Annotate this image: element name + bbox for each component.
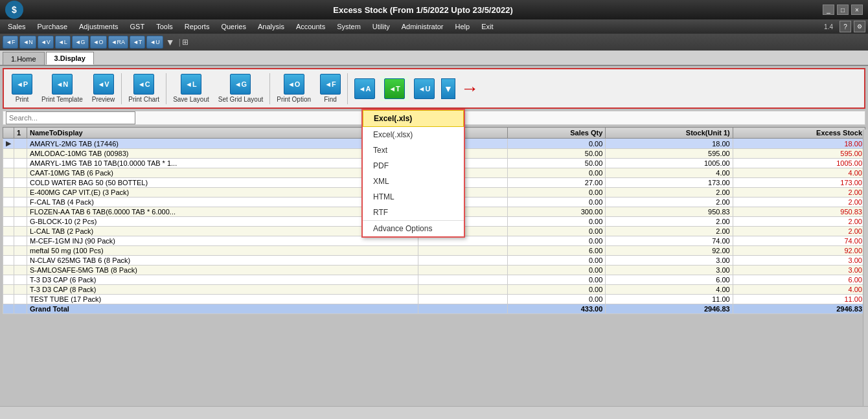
menu-tools[interactable]: Tools xyxy=(151,21,178,32)
extra-t-button[interactable]: ◄T xyxy=(380,76,409,101)
grand-total-stock: 2946.83 xyxy=(606,304,733,314)
dropdown-item-pdf[interactable]: PDF xyxy=(363,158,464,174)
row-excess: 173.00 xyxy=(733,178,865,188)
dropdown-item-advance[interactable]: Advance Options xyxy=(363,221,464,236)
row-stock: 2.00 xyxy=(606,227,733,236)
scrollbar-right[interactable] xyxy=(863,130,868,406)
dropdown-item-text[interactable]: Text xyxy=(363,142,464,158)
quick-btn-6[interactable]: ◄O xyxy=(90,36,107,49)
quick-extra[interactable]: ⊞ xyxy=(182,38,188,47)
print-button[interactable]: ◄P Print xyxy=(8,72,36,105)
menu-exit[interactable]: Exit xyxy=(476,21,498,32)
row-name: FLOZEN-AA TAB 6 TAB(6.0000 TAB * 6.000..… xyxy=(27,207,418,217)
window-controls[interactable]: _ □ × xyxy=(823,5,863,15)
row-name: AMLODAC-10MG TAB (00983) xyxy=(27,149,418,159)
table-row[interactable]: S-AMLOSAFE-5MG TAB (8 Pack) 0.00 3.00 3.… xyxy=(3,266,865,275)
row-indicator xyxy=(3,227,14,236)
tab-home[interactable]: 1.Home xyxy=(3,52,45,65)
help-icon[interactable]: ? xyxy=(839,21,851,32)
row-excess: 2.00 xyxy=(733,217,865,227)
table-row[interactable]: T-3 D3 CAP (8 Pack) 0.00 4.00 4.00 xyxy=(3,285,865,295)
row-indicator xyxy=(3,149,14,159)
find-label: Find xyxy=(324,96,336,103)
find-input[interactable] xyxy=(6,111,135,124)
set-grid-layout-icon: ◄G xyxy=(230,74,251,95)
extra-u-icon: ◄U xyxy=(414,78,435,99)
row-indicator xyxy=(3,178,14,188)
quick-btn-2[interactable]: ◄N xyxy=(19,36,36,49)
table-row[interactable]: meftal 50 mg (100 Pcs) 6.00 92.00 92.00 xyxy=(3,246,865,256)
menu-help[interactable]: Help xyxy=(450,21,475,32)
minimize-button[interactable]: _ xyxy=(823,5,834,15)
dropdown-item-xml[interactable]: XML xyxy=(363,174,464,189)
tab-display[interactable]: 3.Display xyxy=(46,52,94,65)
row-name: E-400MG CAP VIT.(E) (3 Pack) xyxy=(27,188,418,198)
quick-btn-7[interactable]: ◄RA xyxy=(108,36,128,49)
menu-system[interactable]: System xyxy=(332,21,366,32)
row-indicator xyxy=(3,266,14,275)
row-sales-qty: 50.00 xyxy=(508,159,606,168)
dropdown-item-rtf[interactable]: RTF xyxy=(363,205,464,220)
row-stock: 3.00 xyxy=(606,266,733,275)
row-num xyxy=(14,168,27,178)
more-dropdown-button[interactable]: ▼ xyxy=(440,77,457,100)
menu-administrator[interactable]: Administrator xyxy=(396,21,449,32)
quick-btn-3[interactable]: ◄V xyxy=(38,36,54,49)
table-row[interactable]: T-3 D3 CAP (6 Pack) 0.00 6.00 6.00 xyxy=(3,275,865,285)
set-grid-layout-button[interactable]: ◄G Set Grid Layout xyxy=(214,72,267,105)
quick-btn-1[interactable]: ◄F xyxy=(3,36,18,49)
row-sales-qty: 0.00 xyxy=(508,295,606,304)
row-stock: 74.00 xyxy=(606,236,733,246)
menu-analysis[interactable]: Analysis xyxy=(253,21,290,32)
table-row[interactable]: TEST TUBE (17 Pack) 0.00 11.00 11.00 xyxy=(3,295,865,304)
print-template-button[interactable]: ◄N Print Template xyxy=(38,72,87,105)
menu-purchase[interactable]: Purchase xyxy=(32,21,73,32)
menu-reports[interactable]: Reports xyxy=(179,21,215,32)
col-sales-qty: Sales Qty xyxy=(508,128,606,139)
save-layout-button[interactable]: ◄L Save Layout xyxy=(169,72,213,105)
quick-btn-8[interactable]: ◄T xyxy=(130,36,145,49)
print-chart-button[interactable]: ◄C Print Chart xyxy=(124,72,163,105)
row-sales-qty: 50.00 xyxy=(508,149,606,159)
tab-bar: 1.Home 3.Display xyxy=(0,51,868,66)
dropdown-item-excel-xlsx[interactable]: Excel(.xlsx) xyxy=(363,127,464,142)
menu-sales[interactable]: Sales xyxy=(3,21,31,32)
row-excess: 18.00 xyxy=(733,139,865,149)
menu-accounts[interactable]: Accounts xyxy=(291,21,330,32)
extra-t-icon: ◄T xyxy=(384,78,405,99)
preview-button[interactable]: ◄V Preview xyxy=(88,72,119,105)
row-excess: 950.83 xyxy=(733,207,865,217)
set-grid-layout-label: Set Grid Layout xyxy=(218,96,263,103)
print-option-button[interactable]: ◄O Print Option xyxy=(273,72,315,105)
row-stock: 4.00 xyxy=(606,168,733,178)
window-title: Excess Stock (From 1/5/2022 Upto 23/5/20… xyxy=(23,5,823,15)
row-name: COLD WATER BAG 50 (50 BOTTEL) xyxy=(27,178,418,188)
close-button[interactable]: × xyxy=(851,5,863,15)
menu-gst[interactable]: GST xyxy=(125,21,150,32)
menu-adjustments[interactable]: Adjustments xyxy=(74,21,124,32)
save-layout-icon: ◄L xyxy=(181,74,201,95)
dropdown-item-html[interactable]: HTML xyxy=(363,189,464,205)
maximize-button[interactable]: □ xyxy=(837,5,849,15)
row-indicator xyxy=(3,285,14,295)
quick-btn-5[interactable]: ◄G xyxy=(72,36,89,49)
menu-utility[interactable]: Utility xyxy=(367,21,395,32)
row-sales-qty: 0.00 xyxy=(508,275,606,285)
status-bar xyxy=(0,406,868,419)
dropdown-arrow-quick[interactable]: ▼ xyxy=(166,37,175,47)
find-button[interactable]: ◄F Find xyxy=(316,72,345,105)
menu-queries[interactable]: Queries xyxy=(216,21,251,32)
table-row[interactable]: N-CLAV 625MG TAB 6 (8 Pack) 0.00 3.00 3.… xyxy=(3,256,865,266)
row-num xyxy=(14,295,27,304)
quick-btn-9[interactable]: ◄U xyxy=(146,36,163,49)
quick-btn-4[interactable]: ◄L xyxy=(55,36,71,49)
extra-u-button[interactable]: ◄U xyxy=(410,76,439,101)
grand-total-row: Grand Total 433.00 2946.83 2946.83 xyxy=(3,304,865,314)
col-excess: Excess Stock xyxy=(733,128,865,139)
row-sales-qty: 6.00 xyxy=(508,246,606,256)
settings-icon[interactable]: ⚙ xyxy=(854,21,865,32)
row-excess: 2.00 xyxy=(733,188,865,198)
extra-a-button[interactable]: ◄A xyxy=(350,76,379,101)
dropdown-item-excel-xls[interactable]: Excel(.xls) xyxy=(363,110,464,127)
row-sales-qty: 0.00 xyxy=(508,227,606,236)
